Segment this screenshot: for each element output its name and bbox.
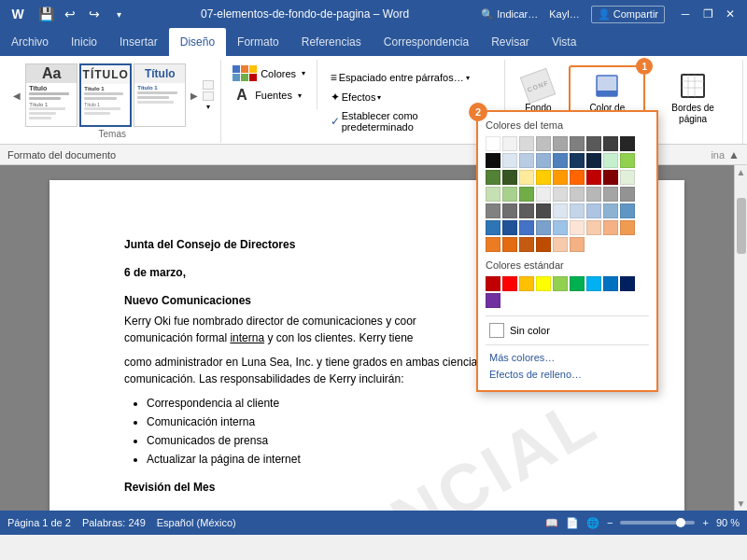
color-swatch[interactable] (553, 187, 568, 202)
color-swatch[interactable] (502, 237, 517, 252)
tab-referencias[interactable]: Referencias (290, 28, 373, 56)
color-swatch[interactable] (502, 220, 517, 235)
tab-revisar[interactable]: Revisar (480, 28, 541, 56)
color-swatch[interactable] (570, 220, 585, 235)
color-swatch[interactable] (519, 237, 534, 252)
user-account[interactable]: Kayl… (549, 8, 579, 20)
color-swatch[interactable] (486, 293, 500, 308)
color-swatch[interactable] (586, 136, 601, 151)
color-swatch[interactable] (570, 153, 585, 168)
color-swatch[interactable] (502, 203, 517, 218)
color-swatch[interactable] (502, 136, 517, 151)
color-swatch[interactable] (553, 276, 568, 291)
tab-archivo[interactable]: Archivo (0, 28, 60, 56)
zoom-plus[interactable]: + (702, 517, 708, 528)
color-swatch[interactable] (586, 153, 601, 168)
color-swatch[interactable] (536, 237, 551, 252)
color-swatch[interactable] (536, 170, 551, 185)
color-swatch[interactable] (570, 136, 585, 151)
close-button[interactable]: ✕ (721, 5, 740, 23)
color-swatch[interactable] (536, 276, 551, 291)
share-button[interactable]: 👤 Compartir (591, 6, 665, 23)
print-layout-btn[interactable]: 📄 (566, 517, 579, 529)
color-swatch[interactable] (570, 203, 585, 218)
color-swatch[interactable] (486, 203, 500, 218)
scroll-up-arrow[interactable]: ▲ (735, 165, 747, 179)
color-swatch[interactable] (620, 187, 635, 202)
restore-button[interactable]: ❐ (698, 5, 717, 23)
color-swatch[interactable] (536, 136, 551, 151)
redo-button[interactable]: ↪ (84, 4, 105, 24)
scrollbar-thumb[interactable] (737, 198, 746, 254)
color-swatch[interactable] (586, 187, 601, 202)
theme-item-1[interactable]: Aa Título Título 1 (25, 63, 78, 127)
color-swatch[interactable] (620, 220, 635, 235)
color-swatch[interactable] (502, 170, 517, 185)
color-swatch[interactable] (620, 136, 635, 151)
color-swatch[interactable] (603, 276, 618, 291)
theme-item-3[interactable]: Título Título 1 (134, 63, 186, 127)
color-swatch[interactable] (519, 220, 534, 235)
color-swatch[interactable] (570, 237, 585, 252)
color-swatch[interactable] (553, 220, 568, 235)
minimize-button[interactable]: ─ (676, 5, 695, 23)
color-swatch[interactable] (586, 203, 601, 218)
web-layout-btn[interactable]: 🌐 (586, 517, 599, 529)
color-swatch[interactable] (553, 136, 568, 151)
themes-next[interactable]: ▶ (188, 91, 201, 101)
save-button[interactable]: 💾 (35, 4, 56, 24)
color-swatch[interactable] (519, 153, 534, 168)
color-swatch[interactable] (570, 187, 585, 202)
vertical-scrollbar[interactable]: ▲ ▼ (734, 165, 747, 511)
zoom-minus[interactable]: − (607, 517, 613, 528)
read-mode-btn[interactable]: 📖 (545, 517, 558, 529)
collapse-ribbon-btn[interactable]: ▲ (728, 148, 740, 161)
fonts-button[interactable]: A Fuentes ▾ (229, 85, 305, 105)
color-swatch[interactable] (620, 153, 635, 168)
color-swatch[interactable] (486, 220, 500, 235)
scroll-down-arrow[interactable]: ▼ (735, 497, 747, 511)
color-swatch[interactable] (603, 153, 618, 168)
color-swatch[interactable] (519, 136, 534, 151)
color-swatch[interactable] (603, 170, 618, 185)
customize-button[interactable]: ▾ (108, 4, 129, 24)
color-swatch[interactable] (586, 276, 601, 291)
undo-button[interactable]: ↩ (60, 4, 80, 24)
color-swatch[interactable] (486, 237, 500, 252)
color-swatch[interactable] (570, 170, 585, 185)
color-swatch[interactable] (620, 170, 635, 185)
search-bar[interactable]: 🔍 Indicar… (481, 8, 538, 21)
color-swatch[interactable] (553, 203, 568, 218)
color-swatch[interactable] (486, 153, 500, 168)
more-colors-link[interactable]: Más colores… (486, 349, 649, 366)
tab-formato[interactable]: Formato (226, 28, 290, 56)
theme-item-2[interactable]: TÍTULO Título 1 Título 1 (79, 63, 132, 127)
color-swatch[interactable] (486, 276, 500, 291)
spacing-button[interactable]: ≡ Espaciado entre párrafos… ▾ (325, 69, 475, 86)
color-swatch[interactable] (502, 276, 517, 291)
zoom-level[interactable]: 90 % (716, 517, 740, 528)
color-swatch[interactable] (502, 153, 517, 168)
color-swatch[interactable] (553, 170, 568, 185)
colors-button[interactable]: Colores ▾ (229, 63, 309, 83)
color-swatch[interactable] (603, 220, 618, 235)
tab-correspondencia[interactable]: Correspondencia (373, 28, 480, 56)
color-swatch[interactable] (502, 187, 517, 202)
color-swatch[interactable] (620, 203, 635, 218)
color-swatch[interactable] (486, 187, 500, 202)
color-swatch[interactable] (553, 237, 568, 252)
color-swatch[interactable] (603, 187, 618, 202)
color-swatch[interactable] (603, 203, 618, 218)
color-swatch[interactable] (519, 276, 534, 291)
color-swatch[interactable] (536, 220, 551, 235)
color-swatch[interactable] (620, 276, 635, 291)
color-swatch[interactable] (519, 187, 534, 202)
tab-inicio[interactable]: Inicio (60, 28, 108, 56)
color-swatch[interactable] (586, 220, 601, 235)
color-swatch[interactable] (586, 170, 601, 185)
borders-button[interactable]: Bordes de página (651, 65, 735, 129)
zoom-slider[interactable] (620, 521, 695, 525)
color-swatch[interactable] (486, 136, 500, 151)
color-swatch[interactable] (536, 203, 551, 218)
color-swatch[interactable] (536, 187, 551, 202)
